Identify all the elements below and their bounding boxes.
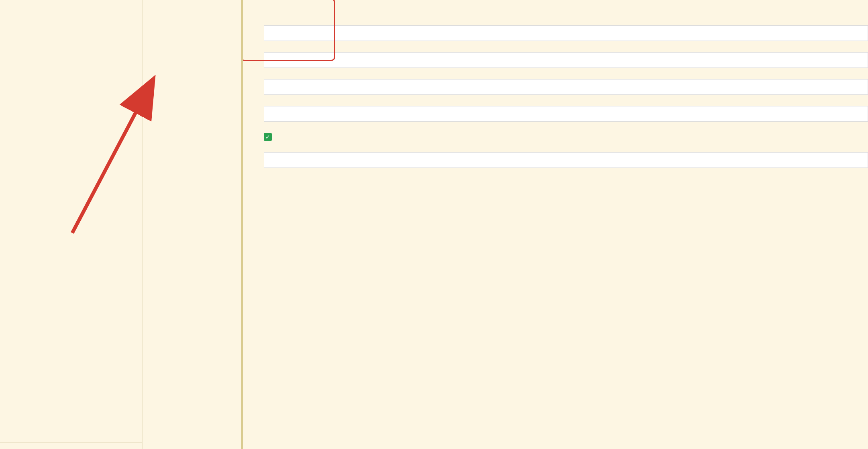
- file-tree-list: [0, 2, 142, 442]
- page-title-input[interactable]: [264, 25, 868, 41]
- field-https: ✓: [264, 133, 868, 141]
- router-mode-input[interactable]: [264, 79, 868, 95]
- main-content: ✓: [243, 0, 868, 449]
- https-checkbox[interactable]: ✓: [264, 133, 272, 141]
- field-router-mode: [264, 79, 868, 95]
- base-path-input[interactable]: [264, 106, 868, 122]
- field-port: [264, 152, 868, 168]
- port-input[interactable]: [264, 152, 868, 168]
- config-nav-sidebar: [143, 0, 243, 449]
- field-base-path: [264, 106, 868, 122]
- template-path-input[interactable]: [264, 52, 868, 68]
- field-template-path: [264, 52, 868, 68]
- file-tree-sidebar: [0, 0, 143, 449]
- field-page-title: [264, 25, 868, 41]
- closed-projects-bar[interactable]: [0, 442, 142, 449]
